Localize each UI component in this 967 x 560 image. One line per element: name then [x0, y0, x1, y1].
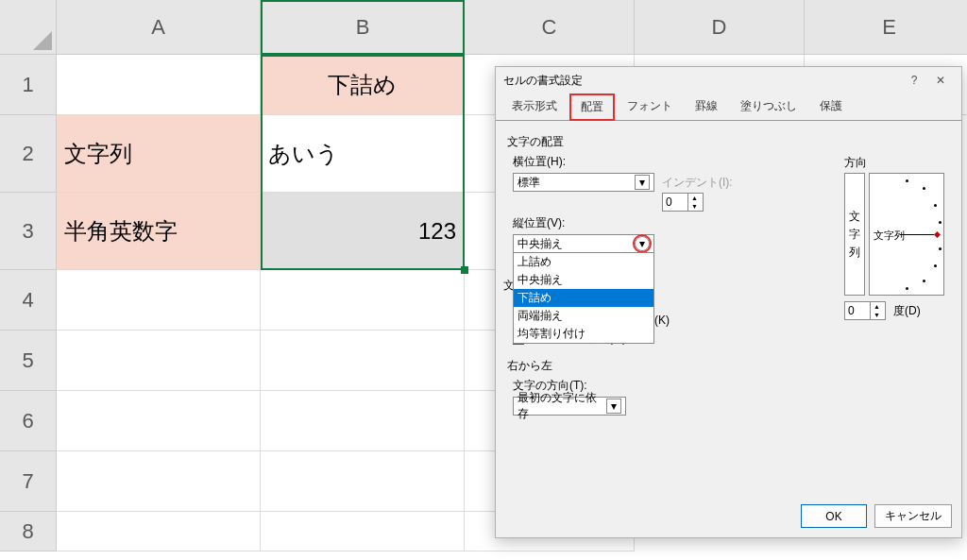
tab-number-format[interactable]: 表示形式	[501, 93, 568, 121]
text-alignment-group-label: 文字の配置	[507, 134, 950, 150]
cell-b8[interactable]	[261, 512, 465, 552]
format-cells-dialog: セルの書式設定 ? ✕ 表示形式 配置 フォント 罫線 塗りつぶし 保護 文字の…	[495, 66, 962, 538]
fill-handle[interactable]	[461, 266, 468, 274]
vertical-text-button[interactable]: 文字列	[844, 173, 865, 296]
indent-down-icon[interactable]: ▼	[687, 202, 701, 211]
vert-option-justify[interactable]: 両端揃え	[514, 307, 653, 325]
dialog-title: セルの書式設定	[503, 73, 583, 89]
vertical-combobox[interactable]: 中央揃え ▾ 上詰め 中央揃え 下詰め 両端揃え 均等割り付け	[513, 234, 654, 253]
row-header-2[interactable]: 2	[0, 115, 57, 193]
orientation-group: 方向 文字列 文字列	[844, 155, 948, 323]
degrees-label: 度(D)	[893, 303, 921, 319]
cell-a8[interactable]	[57, 512, 261, 552]
cell-a2[interactable]: 文字列	[57, 115, 261, 193]
cell-b1[interactable]: 下詰め	[261, 55, 465, 115]
indent-label: インデント(I):	[662, 175, 733, 191]
orientation-label: 方向	[844, 155, 948, 171]
horizontal-combobox[interactable]: 標準 ▾	[513, 173, 654, 192]
row-header-8[interactable]: 8	[0, 512, 57, 552]
orientation-wheel[interactable]: 文字列	[869, 173, 944, 296]
select-all-triangle[interactable]	[0, 0, 57, 55]
cell-b2[interactable]: あいう	[261, 115, 465, 193]
tab-border[interactable]: 罫線	[685, 93, 728, 121]
chevron-down-icon[interactable]: ▾	[606, 399, 621, 414]
text-direction-value: 最初の文字に依存	[517, 390, 606, 422]
cell-b3[interactable]: 123	[261, 193, 465, 270]
degrees-stepper[interactable]: ▲ ▼	[844, 301, 886, 320]
col-header-d[interactable]: D	[635, 0, 805, 55]
row-header-3[interactable]: 3	[0, 193, 57, 270]
vert-option-top[interactable]: 上詰め	[514, 253, 653, 271]
dialog-titlebar[interactable]: セルの書式設定 ? ✕	[496, 67, 961, 93]
degrees-value[interactable]	[845, 304, 870, 317]
vert-option-distributed[interactable]: 均等割り付け	[514, 325, 653, 343]
tab-protection[interactable]: 保護	[809, 93, 853, 121]
degrees-up-icon[interactable]: ▲	[870, 302, 883, 311]
rtl-group-label: 右から左	[507, 358, 950, 374]
dialog-buttons: OK キャンセル	[801, 504, 952, 528]
orientation-indicator-line	[900, 234, 934, 235]
cell-a1[interactable]	[57, 55, 261, 115]
horizontal-value: 標準	[517, 175, 540, 191]
tab-alignment[interactable]: 配置	[569, 93, 615, 121]
col-header-b[interactable]: B	[261, 0, 465, 55]
chevron-down-icon[interactable]: ▾	[635, 236, 650, 251]
orientation-handle-icon[interactable]	[934, 231, 941, 238]
cell-a3[interactable]: 半角英数字	[57, 193, 261, 270]
row-headers: 1 2 3 4 5 6 7 8	[0, 55, 57, 552]
orientation-wheel-text: 文字列	[874, 229, 905, 243]
cell-a6[interactable]	[57, 391, 261, 451]
col-header-a[interactable]: A	[57, 0, 261, 55]
indent-stepper[interactable]: ▲ ▼	[662, 193, 704, 212]
indent-up-icon[interactable]: ▲	[687, 194, 701, 202]
column-headers: A B C D E	[57, 0, 967, 55]
vertical-dropdown[interactable]: 上詰め 中央揃え 下詰め 両端揃え 均等割り付け	[513, 252, 654, 344]
close-icon[interactable]: ✕	[927, 74, 954, 87]
col-header-c[interactable]: C	[465, 0, 635, 55]
chevron-down-icon[interactable]: ▾	[635, 175, 650, 190]
text-direction-combobox[interactable]: 最初の文字に依存 ▾	[513, 397, 626, 416]
cell-b6[interactable]	[261, 391, 465, 451]
cell-b7[interactable]	[261, 451, 465, 512]
cell-b4[interactable]	[261, 270, 465, 331]
row-header-7[interactable]: 7	[0, 451, 57, 512]
tab-font[interactable]: フォント	[617, 93, 683, 121]
cancel-button[interactable]: キャンセル	[874, 504, 952, 528]
cell-a7[interactable]	[57, 451, 261, 512]
tab-fill[interactable]: 塗りつぶし	[730, 93, 807, 121]
col-header-e[interactable]: E	[805, 0, 967, 55]
row-header-6[interactable]: 6	[0, 391, 57, 451]
dialog-tabs: 表示形式 配置 フォント 罫線 塗りつぶし 保護	[496, 93, 961, 121]
ok-button[interactable]: OK	[801, 504, 867, 528]
vertical-value: 中央揃え	[517, 236, 563, 252]
row-header-1[interactable]: 1	[0, 55, 57, 115]
cell-a5[interactable]	[57, 331, 261, 391]
indent-value[interactable]	[663, 195, 687, 209]
row-header-4[interactable]: 4	[0, 270, 57, 331]
vert-option-bottom[interactable]: 下詰め	[514, 289, 653, 307]
help-icon[interactable]: ?	[901, 74, 927, 87]
alignment-panel: 文字の配置 横位置(H): 標準 ▾ インデント(I): ▲	[496, 121, 961, 428]
cell-b5[interactable]	[261, 331, 465, 391]
vert-option-center[interactable]: 中央揃え	[514, 271, 653, 289]
row-header-5[interactable]: 5	[0, 331, 57, 391]
degrees-down-icon[interactable]: ▼	[870, 311, 883, 319]
cell-a4[interactable]	[57, 270, 261, 331]
